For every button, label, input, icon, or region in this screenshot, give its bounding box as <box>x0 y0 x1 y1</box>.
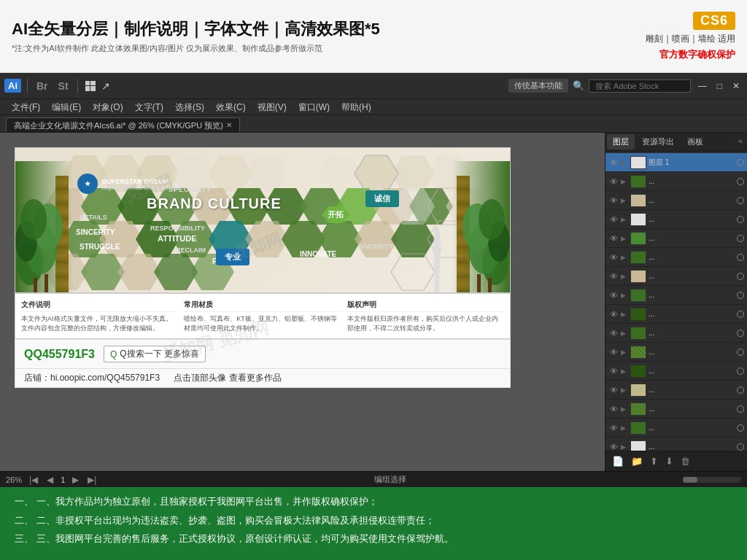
layer-item[interactable]: 👁 ▶ ... <box>605 438 747 451</box>
layer-item[interactable]: 👁 ▶ ... <box>605 400 747 419</box>
layer-expand-icon[interactable]: ▶ <box>621 254 628 261</box>
layer-item[interactable]: 👁 ▶ 图层 1 <box>605 153 747 172</box>
layer-visibility-icon[interactable]: 👁 <box>608 367 619 376</box>
panel-tab-layers[interactable]: 图层 <box>607 134 635 149</box>
layer-item[interactable]: 👁 ▶ ... <box>605 343 747 362</box>
panel-tab-assets[interactable]: 资源导出 <box>636 134 680 149</box>
arrange-button[interactable]: 传统基本功能 <box>508 79 568 93</box>
cs6-badge: CS6 <box>693 12 735 30</box>
layer-item[interactable]: 👁 ▶ ... <box>605 229 747 248</box>
layer-item[interactable]: 👁 ▶ ... <box>605 419 747 438</box>
layer-name-label: ... <box>649 215 735 223</box>
layer-visibility-icon[interactable]: 👁 <box>608 348 619 357</box>
layer-expand-icon[interactable]: ▶ <box>621 273 628 280</box>
layer-name-label: ... <box>649 348 735 356</box>
panel-collapse-button[interactable]: « <box>735 134 746 149</box>
move-layer-down-button[interactable]: ⬇ <box>663 456 676 467</box>
layer-item[interactable]: 👁 ▶ ... <box>605 286 747 305</box>
layer-item[interactable]: 👁 ▶ ... <box>605 191 747 210</box>
layer-visibility-icon[interactable]: 👁 <box>608 310 619 319</box>
menu-view[interactable]: 视图(V) <box>252 99 293 115</box>
layer-visibility-icon[interactable]: 👁 <box>608 405 619 413</box>
layer-item[interactable]: 👁 ▶ ... <box>605 324 747 343</box>
layer-expand-icon[interactable]: ▶ <box>621 443 628 451</box>
layer-visibility-icon[interactable]: 👁 <box>608 291 619 300</box>
layer-expand-icon[interactable]: ▶ <box>621 178 628 185</box>
search-q-icon: Q <box>110 349 117 359</box>
close-button[interactable]: ✕ <box>729 81 743 91</box>
minimize-button[interactable]: — <box>695 81 710 91</box>
stock-search-input[interactable] <box>589 79 691 93</box>
svg-rect-48 <box>34 278 37 292</box>
nav-last-button[interactable]: ▶| <box>86 475 98 485</box>
right-trees <box>452 161 510 292</box>
layer-expand-icon[interactable]: ▶ <box>621 349 628 356</box>
search-icon: 🔍 <box>573 80 584 91</box>
menu-help[interactable]: 帮助(H) <box>336 99 377 115</box>
menu-window[interactable]: 窗口(W) <box>293 99 336 115</box>
layer-visibility-icon[interactable]: 👁 <box>608 253 619 262</box>
delete-layer-button[interactable]: 🗑 <box>678 456 692 467</box>
layer-expand-icon[interactable]: ▶ <box>621 330 628 337</box>
layer-item[interactable]: 👁 ▶ ... <box>605 172 747 191</box>
menu-select[interactable]: 选择(S) <box>169 99 210 115</box>
layer-thumbnail <box>630 365 646 378</box>
info-col-file-title: 文件说明 <box>21 300 178 312</box>
status-scrollbar[interactable] <box>683 477 741 483</box>
menu-file[interactable]: 文件(F) <box>6 99 46 115</box>
move-layer-up-button[interactable]: ⬆ <box>648 456 660 467</box>
layer-item[interactable]: 👁 ▶ ... <box>605 248 747 267</box>
layer-expand-icon[interactable]: ▶ <box>621 405 628 413</box>
layer-name-label: ... <box>649 443 735 451</box>
grid-view-icon[interactable] <box>85 81 96 91</box>
layer-visibility-icon[interactable]: 👁 <box>608 177 619 186</box>
new-layer-button[interactable]: 📄 <box>610 456 626 467</box>
info-col-file: 文件说明 本文件为AI格式矢量文件，可无限放大缩小不失真。文件内容包含完整的分层… <box>21 300 178 332</box>
layer-visibility-icon[interactable]: 👁 <box>608 424 619 432</box>
status-center-label: 编组选择 <box>104 474 677 485</box>
layer-visibility-icon[interactable]: 👁 <box>608 234 619 243</box>
layer-expand-icon[interactable]: ▶ <box>621 197 628 204</box>
layer-item[interactable]: 👁 ▶ ... <box>605 381 747 400</box>
layer-thumbnail <box>630 270 646 283</box>
layer-visibility-icon[interactable]: 👁 <box>608 329 619 338</box>
layer-expand-icon[interactable]: ▶ <box>621 424 628 432</box>
layer-expand-icon[interactable]: ▶ <box>621 368 628 375</box>
menu-object[interactable]: 对象(O) <box>87 99 128 115</box>
layer-visibility-icon[interactable]: 👁 <box>608 272 619 281</box>
canvas-area[interactable]: ★ SUPERSTAR GROUP ReplacewithYourCompany… <box>0 133 605 471</box>
panel-tab-artboards[interactable]: 画板 <box>681 134 709 149</box>
layer-expand-icon[interactable]: ▶ <box>621 386 628 394</box>
layer-expand-icon[interactable]: ▶ <box>621 311 628 318</box>
layer-color-indicator <box>737 254 744 261</box>
layer-visibility-icon[interactable]: 👁 <box>608 386 619 394</box>
menu-edit[interactable]: 编辑(E) <box>46 99 87 115</box>
specialty-label: SPECIALTY <box>169 186 212 193</box>
nav-first-button[interactable]: |◀ <box>28 475 39 485</box>
layer-visibility-icon[interactable]: 👁 <box>608 215 619 224</box>
layer-item[interactable]: 👁 ▶ ... <box>605 305 747 324</box>
layer-expand-icon[interactable]: ▶ <box>621 216 628 223</box>
nav-next-button[interactable]: ▶ <box>71 475 80 485</box>
nav-prev-button[interactable]: ◀ <box>45 475 55 485</box>
layer-thumbnail <box>630 213 646 226</box>
layer-expand-icon[interactable]: ▶ <box>621 235 628 242</box>
layer-visibility-icon[interactable]: 👁 <box>608 196 619 205</box>
menu-effect[interactable]: 效果(C) <box>210 99 252 115</box>
layer-visibility-icon[interactable]: 👁 <box>608 158 619 167</box>
layer-expand-icon[interactable]: ▶ <box>621 292 628 299</box>
layer-expand-icon[interactable]: ▶ <box>621 159 628 166</box>
arrow-icon[interactable]: ↗ <box>101 80 110 92</box>
search-hint[interactable]: Q Q搜索一下 更多惊喜 <box>104 346 206 362</box>
menu-text[interactable]: 文字(T) <box>129 99 169 115</box>
layer-item[interactable]: 👁 ▶ ... <box>605 210 747 229</box>
maximize-button[interactable]: □ <box>714 81 725 91</box>
tab-close-icon[interactable]: ✕ <box>226 120 232 131</box>
logo-subtext: ReplacewithYourCompanyLogo <box>102 185 179 190</box>
layer-item[interactable]: 👁 ▶ ... <box>605 267 747 286</box>
banner-text-3: 三、我图网平台完善的售后服务，正式授权协议，原创设计师认证，均可为购买使用文件保… <box>36 533 454 544</box>
layer-item[interactable]: 👁 ▶ ... <box>605 362 747 381</box>
new-group-button[interactable]: 📁 <box>629 456 645 467</box>
layer-visibility-icon[interactable]: 👁 <box>608 443 619 451</box>
document-tab[interactable]: 高端企业文化墙源文件AIcs6.ai* @ 26% (CMYK/GPU 预览) … <box>6 117 240 132</box>
